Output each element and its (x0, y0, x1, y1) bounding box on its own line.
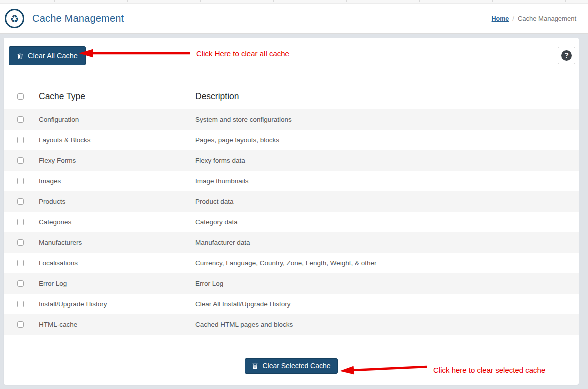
table-row: Configuration System and store configura… (4, 110, 579, 130)
table-row: Layouts & Blocks Pages, page layouts, bl… (4, 130, 579, 150)
question-circle-icon: ? (562, 50, 572, 61)
row-checkbox[interactable] (18, 260, 24, 266)
cache-type-cell: Manufacturers (39, 239, 82, 246)
table-row: Flexy Forms Flexy forms data (4, 150, 579, 171)
column-header-description: Description (196, 88, 579, 110)
breadcrumb-separator: / (512, 15, 514, 22)
description-cell: Cached HTML pages and blocks (196, 321, 293, 328)
toolbar: Clear All Cache ? (4, 38, 579, 74)
cache-management-panel: Clear All Cache ? Cache Type Description… (4, 38, 579, 385)
table-wrap: Cache Type Description Configuration Sys… (4, 74, 579, 335)
row-checkbox[interactable] (18, 219, 24, 226)
table-row: Products Product data (4, 192, 579, 212)
column-header-cache-type: Cache Type (39, 88, 196, 110)
cache-table-body: Configuration System and store configura… (4, 110, 579, 335)
breadcrumb-current: Cache Management (518, 15, 576, 22)
description-cell: Currency, Language, Country, Zone, Lengt… (196, 260, 376, 267)
description-cell: Manufacturer data (196, 239, 250, 246)
select-all-checkbox[interactable] (18, 94, 24, 100)
clear-selected-cache-button[interactable]: Clear Selected Cache (245, 358, 338, 374)
help-button[interactable]: ? (558, 47, 576, 64)
clear-selected-cache-label: Clear Selected Cache (262, 362, 330, 370)
page-title: Cache Management (32, 13, 124, 24)
cache-type-cell: Images (39, 178, 61, 185)
description-cell: Flexy forms data (196, 157, 246, 164)
recycle-icon: ♻ (5, 9, 24, 28)
row-checkbox[interactable] (18, 137, 24, 144)
table-row: Categories Category data (4, 212, 579, 232)
clear-all-cache-label: Clear All Cache (28, 52, 78, 60)
trash-icon (17, 52, 24, 60)
table-row: Error Log Error Log (4, 274, 579, 294)
cache-type-cell: Products (39, 198, 66, 206)
description-cell: Image thumbnails (196, 178, 249, 185)
page-header: ♻ Cache Management Home / Cache Manageme… (0, 4, 588, 34)
row-checkbox[interactable] (18, 116, 24, 123)
table-row: Localisations Currency, Language, Countr… (4, 253, 579, 274)
cache-type-cell: Categories (39, 218, 72, 226)
row-checkbox[interactable] (18, 280, 24, 287)
panel-footer: Clear Selected Cache (4, 350, 579, 382)
cache-type-cell: Localisations (39, 260, 78, 267)
description-cell: Pages, page layouts, blocks (196, 136, 280, 144)
cache-type-cell: Error Log (39, 280, 67, 288)
row-checkbox[interactable] (18, 178, 24, 184)
row-checkbox[interactable] (18, 322, 24, 328)
breadcrumb-home-link[interactable]: Home (492, 16, 510, 22)
cache-type-cell: HTML-cache (39, 321, 78, 328)
table-row: Manufacturers Manufacturer data (4, 232, 579, 253)
row-checkbox[interactable] (18, 301, 24, 308)
trash-icon (252, 362, 258, 370)
description-cell: Clear All Install/Upgrade History (196, 300, 291, 308)
clear-all-cache-button[interactable]: Clear All Cache (9, 46, 86, 66)
table-header-row: Cache Type Description (4, 88, 579, 110)
row-checkbox[interactable] (18, 240, 24, 246)
description-cell: Product data (196, 198, 234, 206)
description-cell: Error Log (196, 280, 224, 288)
cache-type-cell: Install/Upgrade History (39, 300, 108, 308)
cache-type-cell: Flexy Forms (39, 157, 76, 164)
cache-table: Cache Type Description Configuration Sys… (4, 88, 579, 335)
description-cell: Category data (196, 218, 238, 226)
row-checkbox[interactable] (18, 158, 24, 164)
row-checkbox[interactable] (18, 198, 24, 205)
description-cell: System and store configurations (196, 116, 292, 124)
breadcrumb: Home / Cache Management (492, 15, 576, 22)
cache-type-cell: Configuration (39, 116, 79, 124)
browser-chrome-strip (0, 0, 588, 4)
table-row: HTML-cache Cached HTML pages and blocks (4, 314, 579, 335)
table-row: Install/Upgrade History Clear All Instal… (4, 294, 579, 314)
table-row: Images Image thumbnails (4, 171, 579, 192)
cache-type-cell: Layouts & Blocks (39, 136, 91, 144)
